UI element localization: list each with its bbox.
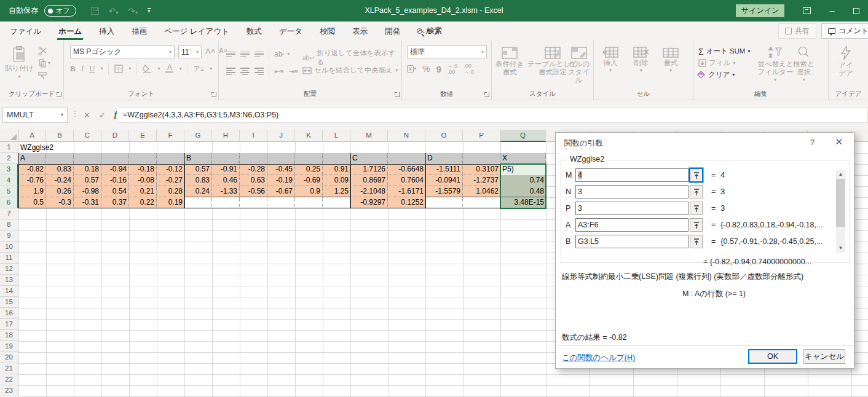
collapse-dialog-button-P[interactable]	[690, 202, 703, 215]
dialog-close-icon[interactable]: ✕	[835, 136, 843, 147]
cell-O4[interactable]: -0.0941	[425, 175, 463, 186]
tab-ファイル[interactable]: ファイル	[9, 23, 42, 40]
cell-O2[interactable]: D	[425, 153, 463, 164]
param-input-M[interactable]: 4	[575, 168, 688, 182]
row-header-9[interactable]: 9	[0, 230, 18, 242]
tab-開発[interactable]: 開発	[384, 23, 401, 40]
row-header-20[interactable]: 20	[0, 352, 18, 363]
cell-C2[interactable]	[74, 153, 101, 164]
column-header-E[interactable]: E	[129, 130, 157, 142]
name-box[interactable]: MMULT ▾	[2, 107, 68, 123]
align-center-icon[interactable]	[240, 68, 250, 75]
cell-styles-button[interactable]: セルの スタイル	[564, 47, 593, 84]
tell-me-search[interactable]: 検索	[417, 22, 442, 41]
column-header-J[interactable]: J	[267, 130, 295, 142]
cell-F3[interactable]: -0.12	[157, 164, 184, 175]
cell-K5[interactable]: 0.9	[295, 186, 323, 197]
autosum-button[interactable]: Σ オート SUM▾	[698, 45, 750, 57]
decrease-decimal-icon[interactable]: .00→.0	[464, 63, 474, 75]
row-header-4[interactable]: 4	[0, 175, 18, 186]
row-header-12[interactable]: 12	[0, 264, 18, 275]
conditional-formatting-button[interactable]: 条件付き 書式	[495, 47, 524, 76]
column-header-F[interactable]: F	[157, 130, 184, 142]
row-header-21[interactable]: 21	[0, 363, 18, 374]
row-header-5[interactable]: 5	[0, 186, 18, 197]
column-header-Q[interactable]: Q	[500, 130, 546, 142]
dialog-help-icon[interactable]: ?	[810, 138, 815, 147]
sort-filter-button[interactable]: A Z 並べ替えと フィルター ▾	[757, 45, 794, 82]
param-input-N[interactable]: 3	[575, 185, 688, 198]
column-header-C[interactable]: C	[74, 130, 101, 142]
cell-B2[interactable]	[46, 153, 74, 164]
cell-C4[interactable]: 0.57	[74, 175, 101, 186]
select-all-corner[interactable]	[0, 130, 18, 142]
italic-icon[interactable]: I	[81, 64, 84, 74]
cell-K3[interactable]: 0.25	[295, 164, 323, 175]
delete-cells-button[interactable]: 削除▾	[633, 47, 649, 73]
clear-button[interactable]: クリア▾	[698, 69, 750, 81]
cell-M4[interactable]: 0.8697	[350, 175, 388, 186]
number-dialog-launcher-icon[interactable]	[484, 92, 489, 97]
ribbon-display-options-icon[interactable]	[803, 7, 811, 14]
tab-校閲[interactable]: 校閲	[318, 23, 336, 40]
cell-L4[interactable]: 0.09	[323, 175, 350, 186]
cell-P3[interactable]: 0.3107	[463, 164, 500, 175]
minimize-button[interactable]: ─	[829, 7, 835, 15]
alignment-dialog-launcher-icon[interactable]	[395, 92, 400, 97]
cell-P2[interactable]	[463, 153, 500, 164]
cell-J2[interactable]	[267, 153, 295, 164]
column-header-I[interactable]: I	[240, 130, 267, 142]
cell-K4[interactable]: -0.69	[295, 175, 323, 186]
cell-L2[interactable]	[323, 153, 350, 164]
cell-I4[interactable]: 0.63	[240, 175, 267, 186]
font-dialog-launcher-icon[interactable]	[211, 92, 216, 97]
cell-D3[interactable]: -0.94	[101, 164, 129, 175]
cell-N5[interactable]: -1.6171	[388, 186, 425, 197]
cell-M3[interactable]: 1.7126	[350, 164, 388, 175]
scroll-up-icon[interactable]: ▲	[836, 170, 845, 179]
cell-C6[interactable]: -0.31	[74, 197, 101, 208]
cell-E4[interactable]: -0.08	[129, 175, 157, 186]
cell-D4[interactable]: -0.16	[101, 175, 129, 186]
row-header-2[interactable]: 2	[0, 153, 18, 164]
row-header-3[interactable]: 3	[0, 164, 18, 175]
collapse-dialog-button-N[interactable]	[690, 185, 703, 198]
collapse-dialog-button-A[interactable]	[690, 218, 703, 232]
column-header-B[interactable]: B	[46, 130, 74, 142]
scroll-down-icon[interactable]: ▼	[836, 243, 845, 253]
cell-O5[interactable]: -1.5579	[425, 186, 463, 197]
cell-Q6[interactable]: 3.48E-15	[500, 197, 546, 208]
cell-E5[interactable]: 0.21	[129, 186, 157, 197]
cell-Q4[interactable]: 0.74	[500, 175, 546, 186]
function-help-link[interactable]: この関数のヘルプ(H)	[562, 353, 635, 363]
column-header-H[interactable]: H	[212, 130, 240, 142]
underline-icon[interactable]: U	[89, 64, 95, 74]
cell-E3[interactable]: -0.18	[129, 164, 157, 175]
number-format-select[interactable]: 標準▾	[407, 45, 487, 58]
font-name-input[interactable]: MS Pゴシック▾	[70, 45, 175, 58]
share-button[interactable]: 共有	[778, 23, 816, 39]
cell-F4[interactable]: -0.27	[157, 175, 184, 186]
param-input-P[interactable]: 3	[575, 202, 688, 215]
cell-D6[interactable]: 0.37	[101, 197, 129, 208]
cell-L5[interactable]: 1.25	[323, 186, 350, 197]
cell-D5[interactable]: 0.54	[101, 186, 129, 197]
tab-表示[interactable]: 表示	[351, 23, 369, 40]
cell-K2[interactable]	[295, 153, 323, 164]
cell-L6[interactable]	[323, 197, 350, 208]
cell-J4[interactable]: -0.19	[267, 175, 295, 186]
cell-H3[interactable]: -0.91	[212, 164, 240, 175]
cell-H5[interactable]: -1.33	[212, 186, 240, 197]
maximize-button[interactable]	[853, 8, 859, 14]
dialog-scrollbar[interactable]: ▲ ▼	[836, 170, 845, 253]
param-input-B[interactable]: G3:L5	[575, 235, 688, 248]
row-header-22[interactable]: 22	[0, 374, 18, 385]
tab-挿入[interactable]: 挿入	[98, 23, 116, 40]
tab-データ[interactable]: データ	[278, 23, 304, 40]
column-header-M[interactable]: M	[350, 130, 388, 142]
column-header-O[interactable]: O	[425, 130, 463, 142]
borders-icon[interactable]	[114, 65, 123, 73]
cell-A1[interactable]: WZgglse2	[19, 143, 105, 153]
cell-O6[interactable]	[425, 197, 463, 208]
cell-C5[interactable]: -0.98	[74, 186, 101, 197]
